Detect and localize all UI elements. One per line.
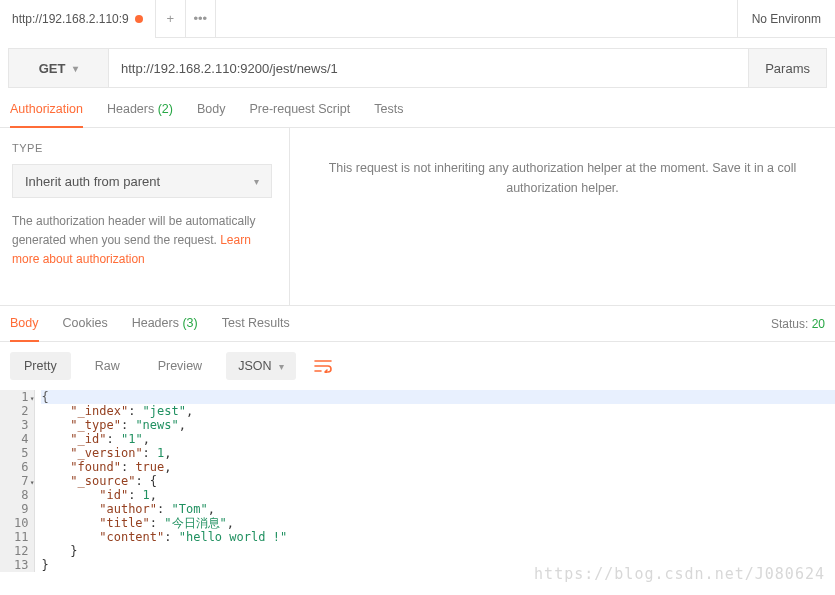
tab-authorization[interactable]: Authorization [10, 102, 83, 128]
status-value: 20 [812, 317, 825, 331]
chevron-down-icon: ▾ [279, 361, 284, 372]
tab-prerequest-script[interactable]: Pre-request Script [249, 102, 350, 127]
response-tabs: Body Cookies Headers (3) Test Results [10, 306, 290, 341]
request-row: GET ▾ Params [8, 48, 827, 88]
tab-options-button[interactable]: ••• [186, 0, 216, 38]
format-selector[interactable]: JSON ▾ [226, 352, 296, 380]
code-content: { "_index": "jest", "_type": "news", "_i… [35, 390, 835, 572]
view-pretty-button[interactable]: Pretty [10, 352, 71, 380]
url-input[interactable] [108, 48, 749, 88]
resp-headers-count: (3) [182, 316, 197, 330]
request-tab[interactable]: http://192.168.2.110:9 [0, 0, 156, 38]
tab-body[interactable]: Body [197, 102, 226, 127]
wrap-lines-button[interactable] [306, 353, 340, 379]
tab-headers[interactable]: Headers (2) [107, 102, 173, 127]
top-bar: http://192.168.2.110:9 + ••• No Environm [0, 0, 835, 38]
chevron-down-icon: ▾ [73, 63, 78, 74]
headers-label: Headers [107, 102, 154, 116]
unsaved-dot-icon [135, 15, 143, 23]
dots-icon: ••• [193, 11, 207, 26]
resp-tab-cookies[interactable]: Cookies [63, 306, 108, 341]
line-gutter: 1▾234567▾8910111213 [0, 390, 35, 572]
method-label: GET [39, 61, 66, 76]
response-tabs-row: Body Cookies Headers (3) Test Results St… [0, 306, 835, 342]
format-label: JSON [238, 359, 271, 373]
env-label: No Environm [752, 12, 821, 26]
status-label: Status: [771, 317, 808, 331]
auth-selected: Inherit auth from parent [25, 174, 160, 189]
auth-type-selector[interactable]: Inherit auth from parent ▾ [12, 164, 272, 198]
tab-title: http://192.168.2.110:9 [12, 12, 129, 26]
resp-tab-body[interactable]: Body [10, 306, 39, 342]
request-tabs: Authorization Headers (2) Body Pre-reque… [0, 88, 835, 128]
plus-icon: + [166, 11, 174, 26]
auth-description: The authorization header will be automat… [12, 212, 277, 270]
status-area: Status: 20 [771, 317, 825, 331]
wrap-icon [314, 359, 332, 373]
resp-tab-headers[interactable]: Headers (3) [132, 306, 198, 341]
response-body-viewer[interactable]: 1▾234567▾8910111213 { "_index": "jest", … [0, 390, 835, 572]
method-selector[interactable]: GET ▾ [8, 48, 108, 88]
new-tab-button[interactable]: + [156, 0, 186, 38]
authorization-panel: TYPE Inherit auth from parent ▾ The auth… [0, 128, 835, 306]
view-raw-button[interactable]: Raw [81, 352, 134, 380]
resp-headers-label: Headers [132, 316, 179, 330]
headers-count: (2) [158, 102, 173, 116]
auth-type-label: TYPE [12, 142, 277, 154]
tab-tests[interactable]: Tests [374, 102, 403, 127]
resp-tab-test-results[interactable]: Test Results [222, 306, 290, 341]
view-preview-button[interactable]: Preview [144, 352, 216, 380]
auth-desc-text: The authorization header will be automat… [12, 214, 255, 247]
params-label: Params [765, 61, 810, 76]
view-mode-row: Pretty Raw Preview JSON ▾ [0, 342, 835, 390]
auth-left: TYPE Inherit auth from parent ▾ The auth… [0, 128, 290, 305]
auth-right-message: This request is not inheriting any autho… [290, 128, 835, 305]
params-button[interactable]: Params [749, 48, 827, 88]
chevron-down-icon: ▾ [254, 176, 259, 187]
environment-selector[interactable]: No Environm [737, 0, 835, 38]
